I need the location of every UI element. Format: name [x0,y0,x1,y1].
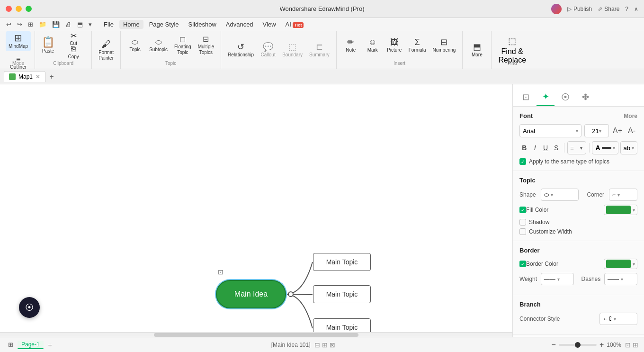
main-topic-node-1[interactable]: Main Topic [313,253,371,271]
close-button[interactable] [6,6,12,12]
bold-button[interactable]: B [519,141,529,154]
status-info: [Main Idea 101] [271,342,311,348]
note-button[interactable]: ✏ Note [340,32,361,59]
help-button[interactable]: ? [625,6,628,12]
export-button[interactable]: ⬒ [75,20,85,29]
apply-same-checkbox[interactable]: ✓ [519,158,526,165]
fullscreen-button[interactable]: ⊞ [633,341,638,349]
fill-color-dropdown[interactable]: ▾ [604,205,637,215]
resize-icon[interactable]: ⊡ [218,268,228,279]
fill-color-swatch [606,206,631,214]
multiple-topics-button[interactable]: ⊟ Multiple Topics [195,32,217,59]
subtopic-button[interactable]: ⬭ Subtopic [146,32,170,59]
shape-select[interactable]: ⬭ ▾ [541,189,579,201]
zoom-knob[interactable] [575,342,581,348]
picture-button[interactable]: 🖼 Picture [384,32,405,59]
canvas-area[interactable]: ⊡ Main Idea Main Topic Main Topic Main T… [0,84,512,337]
layout-view-3[interactable]: ⊠ [330,341,335,349]
export-dropdown[interactable]: ▾ [86,20,94,29]
callout-button[interactable]: 💬 Callout [258,37,278,63]
zoom-plus-button[interactable]: + [599,341,604,349]
summary-button[interactable]: ⊏ Summary [306,37,332,63]
panel-tab-style[interactable]: ⊡ [517,88,535,106]
align-button[interactable]: ≡ [568,142,577,154]
share-button[interactable]: ⇗ Share [598,6,619,12]
add-tab-button[interactable]: + [46,72,57,82]
font-increase-button[interactable]: A+ [612,125,623,136]
shape-value: ⬭ [544,191,549,198]
menu-ai[interactable]: AI Hot [282,20,308,29]
publish-button[interactable]: ▷ Publish [567,6,592,12]
menu-file[interactable]: File [100,20,117,29]
mindmap-button[interactable]: ⊞ MindMap [6,31,31,51]
panel-tab-pin[interactable]: ⦿ [556,88,574,106]
numbering-button[interactable]: ⊟ Numbering [429,32,458,59]
more-button[interactable]: ⬒ More [466,37,487,63]
current-page-tab[interactable]: Page-1 [18,341,44,349]
save-options[interactable]: 💾 [50,20,62,29]
boundary-button[interactable]: ⬚ Boundary [279,37,305,63]
font-size-select[interactable]: 21 ▾ [584,124,609,137]
corner-select[interactable]: ⌐ ▾ [609,189,637,201]
tab-map1[interactable]: Map1 ✕ [4,71,45,82]
floating-topic-button[interactable]: ◻ Floating Topic [171,32,194,59]
maximize-button[interactable] [26,6,32,12]
fill-color-checkbox[interactable]: ✓ [519,207,526,213]
font-color-button[interactable]: A ▾ [592,141,618,154]
relationship-button[interactable]: ↺ Relationship [225,37,257,63]
customize-width-checkbox[interactable] [519,228,526,235]
strikethrough-button[interactable]: S [551,141,561,154]
shadow-checkbox[interactable] [519,219,526,226]
minimize-button[interactable] [16,6,22,12]
redo-button[interactable]: ↪ [15,20,25,29]
undo-button[interactable]: ↩ [4,20,14,29]
tab-close-button[interactable]: ✕ [36,73,40,80]
horizontal-scrollbar[interactable] [0,332,512,337]
layout-view-1[interactable]: ⊟ [314,341,320,349]
main-idea-node[interactable]: Main Idea [216,280,286,308]
add-page-button[interactable]: + [45,340,55,350]
open-button[interactable]: 📁 [36,20,49,29]
border-color-checkbox[interactable]: ✓ [519,261,526,267]
find-replace-button[interactable]: ⬚ Find &Replace [495,37,529,63]
underline-button[interactable]: U [541,141,550,154]
font-family-select[interactable]: Arial ▾ [519,124,581,137]
app-title: Wondershare EdrawMind (Pro) [280,5,365,12]
italic-button[interactable]: I [530,141,539,154]
main-topic-node-2[interactable]: Main Topic [313,285,371,303]
font-more-button[interactable]: More [624,113,637,119]
user-avatar[interactable] [551,4,562,14]
new-button[interactable]: ⊞ [26,20,36,29]
fit-screen-button[interactable]: ⊡ [625,341,631,349]
layout-view-2[interactable]: ⊞ [322,341,328,349]
mark-button[interactable]: ☺ Mark [362,32,383,59]
dashes-select[interactable]: —— ▾ [604,273,637,285]
menu-view[interactable]: View [259,20,280,29]
border-color-dropdown[interactable]: ▾ [604,259,637,269]
font-decrease-button[interactable]: A- [626,125,637,136]
zoom-slider[interactable] [559,344,597,346]
sidebar-toggle[interactable]: ⊞ [6,340,16,349]
print-button[interactable]: 🖨 [63,20,74,29]
menu-slideshow[interactable]: Slideshow [185,20,220,29]
highlight-button[interactable]: ab ▾ [620,141,637,154]
connector-style-select[interactable]: ←€ ▾ [599,313,637,325]
collapse-button[interactable]: ∧ [634,6,638,12]
panel-tab-security[interactable]: ✤ [576,88,594,106]
mindmap-icon: ⊞ [14,33,22,43]
align-dropdown[interactable]: ▾ [577,142,586,154]
copy-button[interactable]: ⎘ Copy [59,46,88,58]
zoom-minus-button[interactable]: − [552,341,556,349]
format-painter-button[interactable]: 🖌 Format Painter [96,37,116,63]
paste-button[interactable]: 📋 Paste [39,34,57,57]
menu-page-style[interactable]: Page Style [145,20,183,29]
menu-home[interactable]: Home [119,20,143,29]
ai-assistant-button[interactable]: ⦿ [19,297,40,318]
formula-button[interactable]: Σ Formula [406,32,429,59]
topic-button[interactable]: ⬭ Topic [125,32,145,59]
menu-advanced[interactable]: Advanced [222,20,257,29]
weight-select[interactable]: —— ▾ [541,273,574,285]
cut-button[interactable]: ✂ Cut [59,33,88,45]
branch-section: Branch Connector Style ←€ ▾ [513,295,644,335]
panel-tab-ai[interactable]: ✦ [537,88,555,106]
